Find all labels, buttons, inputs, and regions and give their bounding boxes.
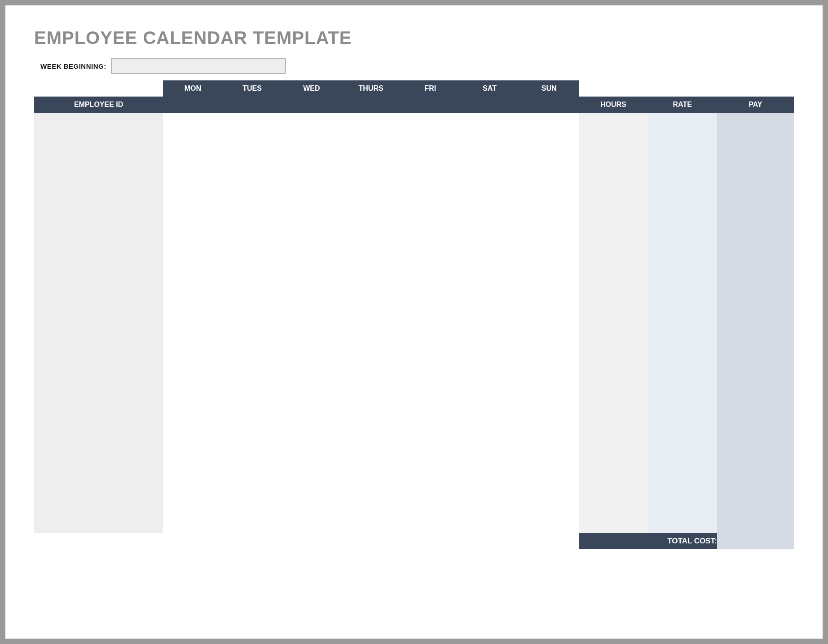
employee-id-cell[interactable]: [34, 177, 163, 194]
day-cell-fri[interactable]: [401, 307, 460, 323]
day-cell-mon[interactable]: [163, 177, 222, 194]
pay-cell[interactable]: [717, 161, 794, 177]
day-cell-fri[interactable]: [401, 210, 460, 226]
rate-cell[interactable]: [648, 501, 717, 517]
rate-cell[interactable]: [648, 210, 717, 226]
day-cell-sun[interactable]: [520, 274, 579, 291]
day-cell-mon[interactable]: [163, 355, 222, 371]
day-cell-tues[interactable]: [222, 452, 282, 468]
rate-cell[interactable]: [648, 274, 717, 291]
day-cell-wed[interactable]: [282, 501, 341, 517]
day-cell-fri[interactable]: [401, 129, 460, 145]
employee-id-cell[interactable]: [34, 436, 163, 452]
pay-cell[interactable]: [717, 145, 794, 161]
pay-cell[interactable]: [717, 517, 794, 533]
day-cell-sat[interactable]: [460, 323, 519, 339]
day-cell-sat[interactable]: [460, 129, 519, 145]
day-cell-wed[interactable]: [282, 242, 341, 258]
hours-cell[interactable]: [579, 307, 648, 323]
hours-cell[interactable]: [579, 339, 648, 355]
day-cell-fri[interactable]: [401, 258, 460, 274]
day-cell-fri[interactable]: [401, 177, 460, 194]
day-cell-thurs[interactable]: [341, 274, 401, 291]
day-cell-wed[interactable]: [282, 436, 341, 452]
pay-cell[interactable]: [717, 242, 794, 258]
day-cell-sun[interactable]: [520, 210, 579, 226]
hours-cell[interactable]: [579, 242, 648, 258]
day-cell-fri[interactable]: [401, 371, 460, 388]
day-cell-fri[interactable]: [401, 242, 460, 258]
day-cell-wed[interactable]: [282, 226, 341, 242]
day-cell-sat[interactable]: [460, 242, 519, 258]
day-cell-thurs[interactable]: [341, 501, 401, 517]
day-cell-sun[interactable]: [520, 468, 579, 485]
day-cell-tues[interactable]: [222, 177, 282, 194]
hours-cell[interactable]: [579, 258, 648, 274]
pay-cell[interactable]: [717, 436, 794, 452]
rate-cell[interactable]: [648, 226, 717, 242]
day-cell-thurs[interactable]: [341, 517, 401, 533]
pay-cell[interactable]: [717, 452, 794, 468]
employee-id-cell[interactable]: [34, 307, 163, 323]
day-cell-sat[interactable]: [460, 161, 519, 177]
employee-id-cell[interactable]: [34, 113, 163, 129]
rate-cell[interactable]: [648, 452, 717, 468]
day-cell-sat[interactable]: [460, 420, 519, 436]
day-cell-fri[interactable]: [401, 226, 460, 242]
employee-id-cell[interactable]: [34, 210, 163, 226]
day-cell-thurs[interactable]: [341, 323, 401, 339]
day-cell-sat[interactable]: [460, 355, 519, 371]
day-cell-fri[interactable]: [401, 323, 460, 339]
header-date-blank-sat[interactable]: [460, 97, 519, 113]
day-cell-tues[interactable]: [222, 226, 282, 242]
employee-id-cell[interactable]: [34, 404, 163, 420]
day-cell-thurs[interactable]: [341, 436, 401, 452]
day-cell-tues[interactable]: [222, 129, 282, 145]
employee-id-cell[interactable]: [34, 242, 163, 258]
hours-cell[interactable]: [579, 274, 648, 291]
pay-cell[interactable]: [717, 388, 794, 404]
hours-cell[interactable]: [579, 161, 648, 177]
day-cell-thurs[interactable]: [341, 194, 401, 210]
day-cell-wed[interactable]: [282, 274, 341, 291]
rate-cell[interactable]: [648, 145, 717, 161]
day-cell-wed[interactable]: [282, 339, 341, 355]
day-cell-thurs[interactable]: [341, 371, 401, 388]
day-cell-thurs[interactable]: [341, 404, 401, 420]
hours-cell[interactable]: [579, 452, 648, 468]
day-cell-fri[interactable]: [401, 339, 460, 355]
rate-cell[interactable]: [648, 468, 717, 485]
day-cell-fri[interactable]: [401, 452, 460, 468]
day-cell-sun[interactable]: [520, 436, 579, 452]
day-cell-sun[interactable]: [520, 194, 579, 210]
day-cell-sat[interactable]: [460, 145, 519, 161]
day-cell-sat[interactable]: [460, 452, 519, 468]
day-cell-mon[interactable]: [163, 258, 222, 274]
day-cell-sun[interactable]: [520, 371, 579, 388]
day-cell-tues[interactable]: [222, 258, 282, 274]
day-cell-sat[interactable]: [460, 274, 519, 291]
day-cell-wed[interactable]: [282, 355, 341, 371]
header-date-blank-mon[interactable]: [163, 97, 222, 113]
day-cell-tues[interactable]: [222, 242, 282, 258]
day-cell-mon[interactable]: [163, 501, 222, 517]
pay-cell[interactable]: [717, 258, 794, 274]
day-cell-thurs[interactable]: [341, 161, 401, 177]
day-cell-fri[interactable]: [401, 485, 460, 501]
day-cell-tues[interactable]: [222, 468, 282, 485]
day-cell-sat[interactable]: [460, 113, 519, 129]
day-cell-fri[interactable]: [401, 291, 460, 307]
rate-cell[interactable]: [648, 129, 717, 145]
day-cell-tues[interactable]: [222, 404, 282, 420]
hours-cell[interactable]: [579, 436, 648, 452]
rate-cell[interactable]: [648, 194, 717, 210]
employee-id-cell[interactable]: [34, 485, 163, 501]
day-cell-tues[interactable]: [222, 113, 282, 129]
employee-id-cell[interactable]: [34, 145, 163, 161]
rate-cell[interactable]: [648, 404, 717, 420]
day-cell-thurs[interactable]: [341, 226, 401, 242]
day-cell-sat[interactable]: [460, 501, 519, 517]
rate-cell[interactable]: [648, 436, 717, 452]
pay-cell[interactable]: [717, 420, 794, 436]
employee-id-cell[interactable]: [34, 452, 163, 468]
